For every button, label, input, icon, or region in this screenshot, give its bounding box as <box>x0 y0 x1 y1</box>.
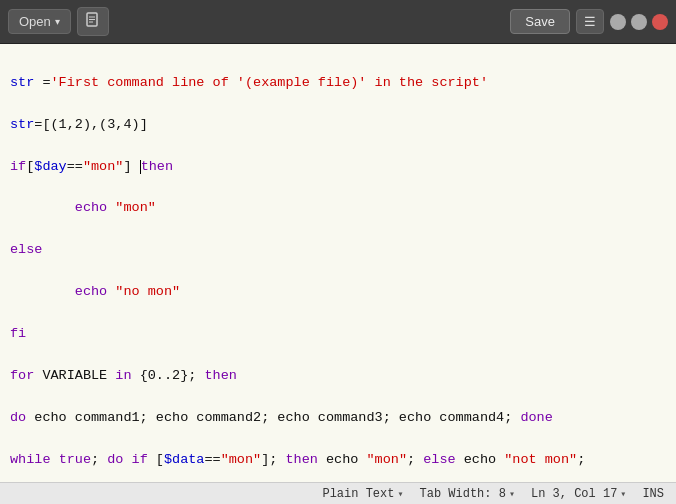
cursor-position: Ln 3, Col 17 ▾ <box>531 487 626 501</box>
statusbar-right: Plain Text ▾ Tab Width: 8 ▾ Ln 3, Col 17… <box>322 487 664 501</box>
editor-line-6: echo "no mon" <box>10 282 666 303</box>
editor[interactable]: str ='First command line of '(example fi… <box>0 44 676 482</box>
file-icon-button[interactable] <box>77 7 109 36</box>
insert-mode-label: INS <box>642 487 664 501</box>
cursor-chevron-icon: ▾ <box>620 488 626 500</box>
statusbar: Plain Text ▾ Tab Width: 8 ▾ Ln 3, Col 17… <box>0 482 676 504</box>
window-controls <box>610 14 668 30</box>
tab-width-label: Tab Width: 8 <box>419 487 505 501</box>
open-label: Open <box>19 14 51 29</box>
editor-line-8: for VARIABLE in {0..2}; then <box>10 366 666 387</box>
tab-width-chevron-icon: ▾ <box>509 488 515 500</box>
editor-line-9: do echo command1; echo command2; echo co… <box>10 408 666 429</box>
toolbar-left: Open ▾ <box>8 7 109 36</box>
tab-width-selector[interactable]: Tab Width: 8 ▾ <box>419 487 514 501</box>
editor-line-3: if[$day=="mon"] then <box>10 157 666 178</box>
open-button[interactable]: Open ▾ <box>8 9 71 34</box>
language-chevron-icon: ▾ <box>397 488 403 500</box>
editor-line-10: while true; do if [$data=="mon"]; then e… <box>10 450 666 471</box>
editor-line-2: str=[(1,2),(3,4)] <box>10 115 666 136</box>
insert-mode: INS <box>642 487 664 501</box>
toolbar: Open ▾ Save ☰ <box>0 0 676 44</box>
editor-line-4: echo "mon" <box>10 198 666 219</box>
editor-line-5: else <box>10 240 666 261</box>
close-button[interactable] <box>652 14 668 30</box>
hamburger-icon: ☰ <box>584 14 596 29</box>
maximize-button[interactable] <box>631 14 647 30</box>
language-selector[interactable]: Plain Text ▾ <box>322 487 403 501</box>
language-label: Plain Text <box>322 487 394 501</box>
cursor-position-label: Ln 3, Col 17 <box>531 487 617 501</box>
toolbar-right: Save ☰ <box>510 9 668 34</box>
file-icon <box>85 12 101 31</box>
editor-line-7: fi <box>10 324 666 345</box>
menu-button[interactable]: ☰ <box>576 9 604 34</box>
save-button[interactable]: Save <box>510 9 570 34</box>
open-chevron-icon: ▾ <box>55 16 60 27</box>
minimize-button[interactable] <box>610 14 626 30</box>
editor-line-1: str ='First command line of '(example fi… <box>10 73 666 94</box>
